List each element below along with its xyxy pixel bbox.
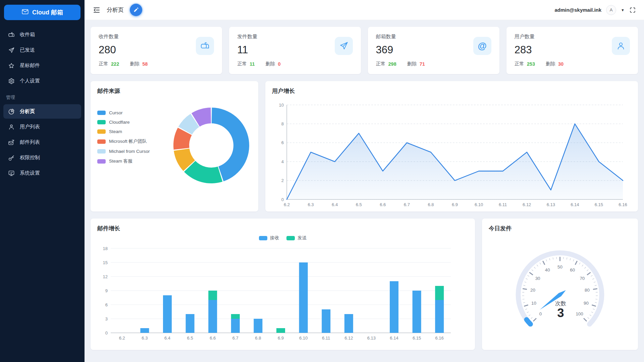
svg-text:6.3: 6.3 bbox=[142, 336, 148, 341]
legend-label: 接收 bbox=[270, 235, 279, 241]
avatar[interactable]: A bbox=[606, 5, 616, 15]
bar-发送-6.16 bbox=[435, 286, 444, 300]
svg-text:6.11: 6.11 bbox=[499, 202, 507, 207]
fullscreen-icon[interactable] bbox=[629, 7, 636, 13]
legend-item-发送[interactable]: 发送 bbox=[286, 235, 307, 241]
stat-card-2: 发件数量11正常11删除0 bbox=[229, 27, 361, 74]
today-sent-gauge-chart: 0102030405060708090100次数3 bbox=[489, 241, 631, 342]
at-icon: @ bbox=[473, 37, 491, 55]
stat-deleted-label: 删除 bbox=[546, 61, 555, 67]
bar-接收-6.6 bbox=[208, 300, 217, 333]
bar-接收-6.12 bbox=[344, 314, 353, 333]
paper-plane-icon bbox=[335, 37, 353, 55]
donut-chart-wrap bbox=[169, 103, 254, 189]
legend-label: Cloudflare bbox=[109, 120, 130, 125]
svg-text:15: 15 bbox=[103, 260, 108, 265]
mail-growth-card: 邮件增长 接收发送 03691215186.26.36.46.56.66.76.… bbox=[91, 219, 475, 350]
bar-接收-6.15 bbox=[413, 291, 421, 333]
svg-text:次数: 次数 bbox=[555, 300, 567, 307]
sidebar-item-邮件列表[interactable]: 邮件列表 bbox=[3, 135, 81, 149]
legend-item-接收[interactable]: 接收 bbox=[259, 235, 279, 241]
svg-text:30: 30 bbox=[535, 276, 540, 281]
menu-fold-icon[interactable] bbox=[93, 6, 101, 14]
bar-legend: 接收发送 bbox=[97, 235, 468, 241]
main-column: 分析页 admin@skymail.ink A ▼ 收件数量280正常222删除… bbox=[85, 0, 644, 362]
monitor-check-icon bbox=[8, 170, 15, 177]
topbar: 分析页 admin@skymail.ink A ▼ bbox=[85, 0, 644, 20]
svg-text:6.11: 6.11 bbox=[322, 336, 330, 341]
sidebar-nav-admin: 分析页用户列表邮件列表权限控制系统设置 bbox=[0, 104, 85, 180]
legend-swatch bbox=[97, 159, 106, 164]
svg-text:6.7: 6.7 bbox=[404, 202, 410, 207]
sidebar-item-分析页[interactable]: 分析页 bbox=[3, 104, 81, 119]
svg-text:6.16: 6.16 bbox=[619, 202, 627, 207]
legend-swatch bbox=[97, 129, 106, 134]
legend-swatch bbox=[97, 111, 106, 115]
legend-swatch bbox=[286, 236, 295, 240]
sidebar: Cloud 邮箱 收件箱已发送星标邮件个人设置 管理 分析页用户列表邮件列表权限… bbox=[0, 0, 85, 362]
bar-接收-6.5 bbox=[186, 314, 195, 333]
legend-label: Michael from Cursor bbox=[109, 149, 150, 154]
svg-text:70: 70 bbox=[580, 276, 585, 281]
stat-meta: 正常298删除71 bbox=[376, 61, 491, 67]
legend-swatch bbox=[97, 139, 106, 144]
stat-card-4: 用户数量283正常253删除30 bbox=[506, 27, 638, 74]
legend-swatch bbox=[97, 149, 106, 154]
stat-normal-value: 222 bbox=[111, 61, 119, 67]
sidebar-item-用户列表[interactable]: 用户列表 bbox=[3, 120, 81, 134]
sidebar-item-label: 系统设置 bbox=[20, 170, 40, 176]
chevron-down-icon[interactable]: ▼ bbox=[621, 8, 625, 12]
sidebar-item-系统设置[interactable]: 系统设置 bbox=[3, 166, 81, 180]
mail-list-icon bbox=[8, 139, 15, 146]
svg-text:6.9: 6.9 bbox=[278, 336, 284, 341]
svg-text:6.5: 6.5 bbox=[356, 202, 362, 207]
mail-growth-bar-chart: 03691215186.26.36.46.56.66.76.86.96.106.… bbox=[97, 245, 457, 343]
stat-deleted-value: 71 bbox=[420, 61, 425, 67]
sidebar-item-收件箱[interactable]: 收件箱 bbox=[3, 27, 81, 42]
user-menu[interactable]: admin@skymail.ink A ▼ bbox=[554, 5, 636, 15]
legend-label: Steam 客服 bbox=[109, 158, 132, 164]
svg-text:60: 60 bbox=[570, 267, 575, 273]
app-logo[interactable]: Cloud 邮箱 bbox=[4, 5, 80, 20]
app-logo-text: Cloud 邮箱 bbox=[32, 8, 63, 16]
stats-row: 收件数量280正常222删除58发件数量11正常11删除0邮箱数量369正常29… bbox=[91, 27, 638, 74]
sidebar-section-label: 管理 bbox=[0, 89, 85, 103]
svg-text:6.15: 6.15 bbox=[595, 202, 603, 207]
mailbox-icon bbox=[196, 37, 214, 55]
bar-发送-6.7 bbox=[231, 314, 240, 319]
sidebar-item-label: 权限控制 bbox=[20, 155, 40, 161]
sidebar-item-已发送[interactable]: 已发送 bbox=[3, 43, 81, 57]
svg-text:2: 2 bbox=[281, 178, 284, 183]
stat-deleted-value: 0 bbox=[278, 61, 281, 67]
svg-text:0: 0 bbox=[539, 311, 542, 316]
svg-text:6.13: 6.13 bbox=[367, 336, 376, 341]
today-sent-title: 今日发件 bbox=[489, 225, 631, 232]
svg-text:0: 0 bbox=[105, 330, 108, 336]
stat-meta: 正常253删除30 bbox=[515, 61, 630, 67]
sidebar-item-label: 分析页 bbox=[20, 108, 35, 115]
svg-text:10: 10 bbox=[531, 301, 536, 306]
sidebar-item-个人设置[interactable]: 个人设置 bbox=[3, 74, 81, 88]
svg-text:3: 3 bbox=[105, 316, 108, 321]
sidebar-item-星标邮件[interactable]: 星标邮件 bbox=[3, 58, 81, 73]
stat-normal-value: 298 bbox=[388, 61, 396, 67]
edit-button[interactable] bbox=[130, 4, 142, 16]
svg-text:10: 10 bbox=[279, 103, 284, 108]
svg-text:8: 8 bbox=[281, 121, 284, 126]
svg-text:6.14: 6.14 bbox=[571, 202, 579, 207]
sidebar-item-权限控制[interactable]: 权限控制 bbox=[3, 150, 81, 165]
bar-接收-6.14 bbox=[390, 281, 398, 333]
today-sent-card: 今日发件 0102030405060708090100次数3 bbox=[482, 219, 638, 350]
mail-sources-card: 邮件来源 CursorCloudflareSteamMicrosoft 帐户团队… bbox=[91, 81, 258, 212]
svg-text:6.7: 6.7 bbox=[232, 336, 238, 341]
stat-normal-label: 正常 bbox=[515, 61, 524, 67]
bar-接收-6.10 bbox=[299, 262, 308, 333]
bar-接收-6.7 bbox=[231, 319, 240, 333]
charts-row-2: 邮件增长 接收发送 03691215186.26.36.46.56.66.76.… bbox=[91, 219, 638, 350]
sidebar-item-label: 邮件列表 bbox=[20, 139, 40, 145]
pie-icon bbox=[8, 108, 15, 115]
svg-text:3: 3 bbox=[557, 306, 564, 320]
stat-deleted-label: 删除 bbox=[130, 61, 140, 67]
svg-text:80: 80 bbox=[585, 288, 590, 293]
svg-text:6.9: 6.9 bbox=[452, 202, 458, 207]
